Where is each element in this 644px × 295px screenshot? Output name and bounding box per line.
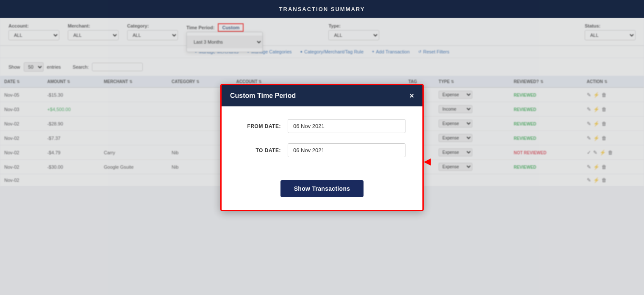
modal-footer: Show Transactions	[222, 180, 422, 186]
custom-time-period-modal: Custom Time Period × FROM DATE: TO DATE:…	[220, 84, 424, 186]
modal-body: FROM DATE: TO DATE:	[222, 106, 422, 180]
to-date-label: TO DATE:	[239, 148, 281, 153]
to-date-row: TO DATE:	[239, 143, 405, 157]
arrow-indicator: ◀	[424, 156, 431, 167]
page-wrapper: TRANSACTION SUMMARY Account: ALL Merchan…	[0, 0, 644, 186]
show-transactions-button[interactable]: Show Transactions	[280, 180, 364, 186]
from-date-input[interactable]	[288, 119, 405, 133]
arrow-icon: ◀	[424, 156, 431, 167]
to-date-input[interactable]	[288, 143, 405, 157]
modal-overlay: Custom Time Period × FROM DATE: TO DATE:…	[0, 0, 644, 186]
from-date-row: FROM DATE:	[239, 119, 405, 133]
modal-close-button[interactable]: ×	[409, 92, 414, 100]
modal-header: Custom Time Period ×	[222, 85, 422, 106]
from-date-label: FROM DATE:	[239, 123, 281, 129]
modal-title: Custom Time Period	[230, 92, 296, 100]
